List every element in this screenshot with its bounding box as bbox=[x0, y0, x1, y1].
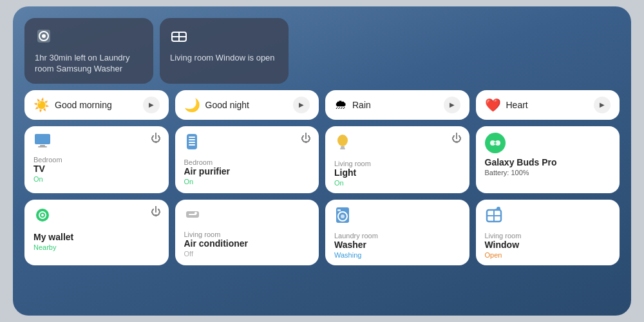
svg-rect-6 bbox=[35, 134, 50, 144]
livingroom-ac-icon bbox=[184, 206, 310, 227]
livingroom-light-name: Light bbox=[334, 167, 460, 178]
laundry-washer-icon bbox=[334, 206, 460, 228]
device-bedroom-purifier[interactable]: ⏻ Bedroom Air purifier On bbox=[175, 126, 319, 193]
livingroom-window-name: Window bbox=[485, 240, 611, 250]
livingroom-ac-name: Air conditioner bbox=[184, 238, 310, 249]
svg-point-2 bbox=[42, 34, 46, 38]
livingroom-window-room: Living room bbox=[485, 232, 611, 240]
bedroom-tv-name: TV bbox=[33, 164, 160, 174]
svg-point-25 bbox=[194, 212, 197, 214]
svg-point-14 bbox=[337, 135, 348, 146]
window-notification-icon bbox=[170, 27, 278, 49]
washer-notification-card[interactable]: 1hr 30min left on Laundry room Samsung W… bbox=[24, 18, 153, 84]
good-night-icon: 🌙 bbox=[184, 97, 200, 113]
device-bedroom-tv[interactable]: ⏻ Bedroom TV On bbox=[24, 126, 169, 193]
top-notifications-row: 1hr 30min left on Laundry room Samsung W… bbox=[24, 18, 620, 84]
my-wallet-status: Nearby bbox=[33, 243, 160, 251]
bedroom-purifier-room: Bedroom bbox=[184, 158, 310, 166]
svg-rect-16 bbox=[340, 148, 345, 149]
svg-point-28 bbox=[341, 214, 345, 218]
scene-rain[interactable]: 🌧 Rain ▶ bbox=[325, 90, 469, 120]
heart-play[interactable]: ▶ bbox=[594, 97, 611, 113]
window-notification-label: Living room Window is open bbox=[170, 53, 278, 64]
good-morning-play[interactable]: ▶ bbox=[143, 97, 160, 113]
my-wallet-name: My wallet bbox=[33, 232, 160, 242]
bedroom-tv-status: On bbox=[33, 175, 160, 183]
svg-rect-29 bbox=[337, 209, 341, 211]
bedroom-purifier-status: On bbox=[184, 178, 310, 185]
device-livingroom-ac[interactable]: Living room Air conditioner Off bbox=[175, 200, 319, 265]
bedroom-tv-room: Bedroom bbox=[33, 156, 160, 164]
galaxy-buds-icon bbox=[485, 133, 611, 153]
bedroom-purifier-name: Air purifier bbox=[184, 166, 310, 176]
bedroom-purifier-power[interactable]: ⏻ bbox=[301, 133, 311, 144]
scene-good-night[interactable]: 🌙 Good night ▶ bbox=[175, 90, 319, 120]
livingroom-light-room: Living room bbox=[334, 160, 460, 167]
laundry-washer-room: Laundry room bbox=[334, 232, 460, 240]
galaxy-buds-name: Galaxy Buds Pro bbox=[485, 157, 611, 167]
svg-rect-10 bbox=[189, 137, 195, 138]
washer-notification-label: 1hr 30min left on Laundry room Samsung W… bbox=[35, 53, 143, 75]
scenes-row: ☀️ Good morning ▶ 🌙 Good night ▶ 🌧 Rain … bbox=[24, 90, 620, 120]
device-row-1: ⏻ Bedroom TV On ⏻ bbox=[24, 126, 620, 193]
my-wallet-icon bbox=[33, 206, 160, 228]
rain-icon: 🌧 bbox=[334, 97, 347, 112]
rain-label: Rain bbox=[352, 100, 439, 110]
livingroom-light-icon bbox=[334, 133, 460, 156]
livingroom-light-status: On bbox=[334, 179, 460, 187]
bedroom-tv-power[interactable]: ⏻ bbox=[151, 133, 161, 144]
livingroom-window-icon bbox=[485, 206, 611, 228]
livingroom-ac-status: Off bbox=[184, 250, 310, 258]
bedroom-purifier-icon bbox=[184, 133, 310, 155]
svg-rect-13 bbox=[189, 144, 195, 146]
heart-icon: ❤️ bbox=[485, 97, 501, 113]
device-laundry-washer[interactable]: Laundry room Washer Washing bbox=[325, 200, 469, 265]
svg-rect-15 bbox=[341, 146, 345, 148]
livingroom-ac-room: Living room bbox=[184, 231, 310, 238]
washer-notification-icon bbox=[35, 27, 143, 49]
svg-rect-11 bbox=[189, 139, 195, 140]
svg-rect-8 bbox=[38, 146, 47, 147]
bedroom-tv-icon bbox=[33, 133, 160, 152]
galaxy-buds-status: Battery: 100% bbox=[485, 169, 611, 176]
heart-label: Heart bbox=[506, 100, 589, 110]
svg-rect-19 bbox=[494, 142, 497, 144]
laundry-washer-name: Washer bbox=[334, 240, 460, 250]
scene-good-morning[interactable]: ☀️ Good morning ▶ bbox=[24, 90, 169, 120]
device-livingroom-window[interactable]: Living room Window Open bbox=[476, 200, 620, 265]
rain-play[interactable]: ▶ bbox=[444, 97, 460, 113]
svg-point-22 bbox=[41, 214, 44, 216]
tablet-container: 1hr 30min left on Laundry room Samsung W… bbox=[13, 6, 631, 316]
svg-rect-12 bbox=[189, 142, 195, 143]
livingroom-window-status: Open bbox=[485, 251, 611, 259]
device-row-2: ⏻ My wallet Nearby Living room bbox=[24, 200, 620, 265]
my-wallet-power[interactable]: ⏻ bbox=[151, 206, 161, 218]
device-galaxy-buds[interactable]: Galaxy Buds Pro Battery: 100% bbox=[476, 126, 620, 193]
good-night-label: Good night bbox=[205, 100, 289, 110]
window-notification-card[interactable]: Living room Window is open bbox=[160, 18, 289, 84]
laundry-washer-status: Washing bbox=[334, 251, 460, 259]
scene-heart[interactable]: ❤️ Heart ▶ bbox=[476, 90, 620, 120]
device-my-wallet[interactable]: ⏻ My wallet Nearby bbox=[24, 200, 169, 265]
good-morning-label: Good morning bbox=[55, 100, 138, 110]
livingroom-light-power[interactable]: ⏻ bbox=[451, 133, 462, 144]
good-morning-icon: ☀️ bbox=[33, 97, 50, 113]
good-night-play[interactable]: ▶ bbox=[293, 97, 310, 113]
device-livingroom-light[interactable]: ⏻ Living room Light On bbox=[325, 126, 469, 193]
